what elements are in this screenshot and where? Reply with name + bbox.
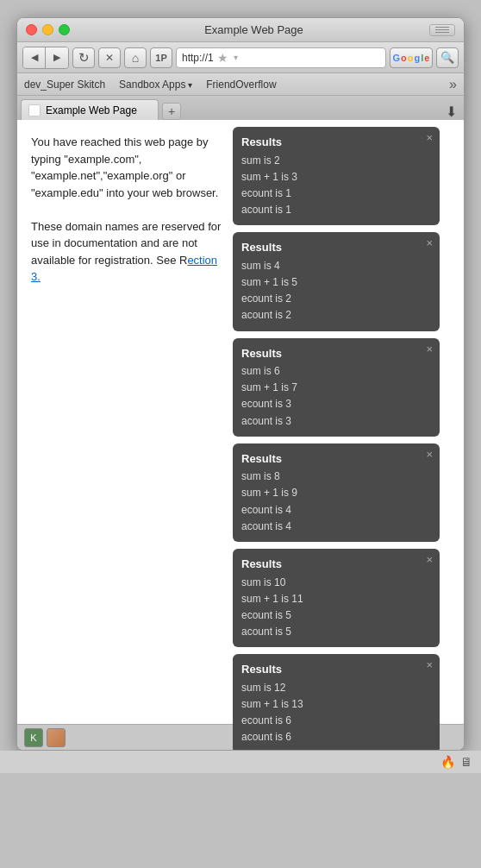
panel-6-line-1: sum is 12	[241, 680, 431, 696]
panel-2-line-3: ecount is 2	[241, 291, 431, 307]
panel-5-close-button[interactable]: ×	[426, 554, 433, 565]
panel-5-line-1: sum is 10	[241, 575, 431, 591]
url-dropdown-icon[interactable]: ▾	[234, 53, 238, 62]
results-panel-3: Results × sum is 6 sum + 1 is 7 ecount i…	[233, 338, 440, 437]
results-panel-1: Results × sum is 2 sum + 1 is 3 ecount i…	[233, 127, 440, 225]
tab-title: Example Web Page	[46, 104, 137, 116]
results-panel-5: Results × sum is 10 sum + 1 is 11 ecount…	[233, 549, 440, 647]
close-nav-button[interactable]: ✕	[98, 47, 121, 68]
maximize-button[interactable]	[59, 24, 70, 35]
results-panel-6: Results × sum is 12 sum + 1 is 13 ecount…	[233, 654, 440, 751]
panel-1-title: Results	[241, 134, 431, 151]
panel-2-line-2: sum + 1 is 5	[241, 274, 431, 291]
browser-window: Example Web Page ◀ ▶ ↻ ✕ ⌂ 1P http://1 ★…	[16, 17, 465, 751]
results-panel-4: Results × sum is 8 sum + 1 is 9 ecount i…	[233, 443, 440, 542]
panel-5-title: Results	[241, 556, 431, 573]
page-body: You have reached this web page by typing…	[31, 134, 229, 286]
results-overlay: Results × sum is 2 sum + 1 is 3 ecount i…	[233, 127, 440, 751]
page-content: You have reached this web page by typing…	[17, 120, 464, 724]
panel-3-close-button[interactable]: ×	[426, 343, 433, 355]
panel-5-line-3: ecount is 5	[241, 607, 431, 624]
search-button[interactable]: 🔍	[436, 47, 459, 68]
home-button[interactable]: ⌂	[124, 47, 147, 68]
new-tab-button[interactable]: +	[162, 103, 181, 120]
bookmark-friendoverflow[interactable]: FriendOverflow	[206, 79, 276, 91]
refresh-button[interactable]: ↻	[72, 47, 95, 68]
tab-bar: Example Web Page + ⬇	[17, 96, 464, 120]
url-bar[interactable]: http://1 ★ ▾	[176, 47, 386, 68]
tab-favicon	[28, 104, 41, 116]
panel-3-line-1: sum is 6	[241, 363, 431, 380]
minimize-button[interactable]	[42, 24, 53, 35]
panel-2-line-4: acount is 2	[241, 307, 431, 324]
bookmark-dev-super-skitch[interactable]: dev_Super Skitch	[24, 79, 105, 91]
back-forward-group: ◀ ▶	[22, 47, 69, 69]
user-icon: K	[26, 730, 41, 745]
system-tray: 🔥 🖥	[0, 751, 481, 773]
panel-2-close-button[interactable]: ×	[426, 237, 433, 248]
avatar-2[interactable]	[47, 728, 66, 747]
panel-3-line-2: sum + 1 is 7	[241, 380, 431, 396]
url-text: http://1	[182, 52, 214, 64]
bookmarks-bar: dev_Super Skitch Sandbox Apps FriendOver…	[17, 73, 464, 96]
traffic-lights	[26, 24, 70, 35]
panel-4-title: Results	[241, 450, 431, 468]
forward-button[interactable]: ▶	[46, 47, 68, 68]
nav-bar: ◀ ▶ ↻ ✕ ⌂ 1P http://1 ★ ▾ Google 🔍	[17, 42, 464, 73]
resize-button[interactable]	[429, 24, 455, 36]
panel-4-close-button[interactable]: ×	[426, 449, 433, 460]
panel-1-line-3: ecount is 1	[241, 186, 431, 202]
search-icon: 🔍	[440, 51, 454, 64]
bookmarks-more-button[interactable]: »	[449, 77, 457, 92]
bookmark-star-icon[interactable]: ★	[217, 51, 228, 65]
panel-5-line-2: sum + 1 is 11	[241, 591, 431, 607]
system-icon: 🖥	[460, 755, 472, 769]
panel-2-title: Results	[241, 239, 431, 256]
panel-4-line-1: sum is 8	[241, 469, 431, 485]
panel-4-line-3: ecount is 4	[241, 502, 431, 519]
panel-1-line-2: sum + 1 is 3	[241, 169, 431, 186]
panel-3-line-4: acount is 3	[241, 413, 431, 430]
avatar-1[interactable]: K	[24, 728, 43, 747]
avatar-bar: K	[24, 728, 66, 747]
bookmark-sandbox-apps[interactable]: Sandbox Apps	[119, 79, 192, 91]
reader-button[interactable]: 1P	[150, 47, 172, 68]
panel-6-close-button[interactable]: ×	[426, 659, 433, 670]
google-button[interactable]: Google	[390, 47, 433, 68]
back-button[interactable]: ◀	[23, 47, 46, 68]
paragraph-1: You have reached this web page by typing…	[31, 134, 229, 201]
notification-icon: 🔥	[440, 755, 455, 769]
panel-6-title: Results	[241, 661, 431, 678]
panel-4-line-2: sum + 1 is 9	[241, 485, 431, 501]
panel-3-line-3: ecount is 3	[241, 396, 431, 412]
downloads-button[interactable]: ⬇	[441, 103, 460, 120]
close-button[interactable]	[26, 24, 37, 35]
panel-1-close-button[interactable]: ×	[426, 132, 433, 143]
panel-4-line-4: acount is 4	[241, 519, 431, 535]
panel-5-line-4: acount is 5	[241, 624, 431, 640]
svg-text:K: K	[30, 733, 37, 743]
panel-1-line-4: acount is 1	[241, 202, 431, 218]
resize-icon	[435, 27, 449, 34]
active-tab[interactable]: Example Web Page	[21, 99, 159, 120]
panel-6-line-2: sum + 1 is 13	[241, 696, 431, 713]
panel-3-title: Results	[241, 345, 431, 362]
paragraph-2: These domain names are reserved for use …	[31, 218, 229, 286]
panel-1-line-1: sum is 2	[241, 153, 431, 169]
window-title: Example Web Page	[78, 23, 429, 36]
panel-6-line-4: acount is 6	[241, 729, 431, 745]
results-panel-2: Results × sum is 4 sum + 1 is 5 ecount i…	[233, 232, 440, 330]
title-bar: Example Web Page	[17, 18, 464, 42]
panel-6-line-3: ecount is 6	[241, 713, 431, 729]
panel-2-line-1: sum is 4	[241, 258, 431, 274]
